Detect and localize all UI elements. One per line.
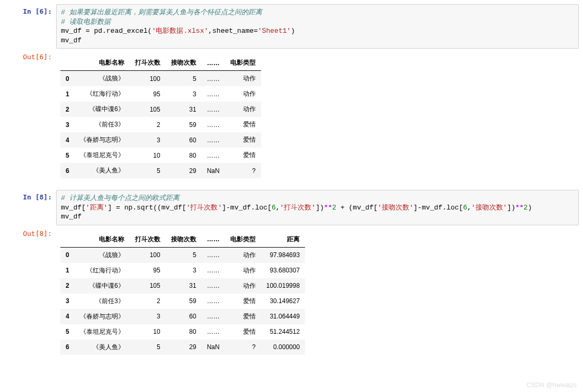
row-index: 2 [60, 102, 75, 117]
table-cell: 100 [130, 247, 166, 263]
row-index: 1 [60, 86, 75, 102]
code-token: '打斗次数' [280, 204, 316, 212]
table-cell: 动作 [225, 263, 261, 278]
code-token: # 如果要算出最近距离，则需要算美人鱼与各个特征点之间的距离 [61, 8, 262, 16]
out-prompt-label: Out[8]: [4, 226, 56, 366]
table-cell: 2 [130, 117, 166, 132]
row-index: 1 [60, 263, 75, 278]
output-area: 电影名称打斗次数接吻次数……电影类型距离0《战狼》1005……动作97.9846… [56, 226, 579, 366]
table-cell: 《战狼》 [75, 71, 130, 87]
table-cell: …… [202, 247, 225, 263]
table-cell: 5 [130, 340, 166, 355]
row-index: 3 [60, 117, 75, 132]
row-index: 3 [60, 294, 75, 309]
table-cell: 100 [130, 71, 166, 87]
table-cell: 105 [130, 102, 166, 117]
table-cell: 爱情 [225, 117, 261, 132]
table-row: 1《红海行动》953……动作 [60, 86, 261, 102]
code-token: '电影数据.xlsx' [152, 27, 209, 35]
code-token: '接吻次数' [378, 204, 414, 212]
column-header: 电影类型 [225, 55, 261, 71]
code-token: , [276, 204, 280, 212]
table-cell: …… [202, 71, 225, 87]
table-cell: 60 [166, 132, 202, 148]
table-cell: 《红海行动》 [75, 263, 130, 278]
table-cell: 97.984693 [261, 247, 305, 263]
table-cell: 3 [166, 263, 202, 278]
code-token: + (mv_df[ [336, 204, 378, 212]
output-dataframe: 电影名称打斗次数接吻次数……电影类型0《战狼》1005……动作1《红海行动》95… [60, 55, 261, 178]
column-header: 距离 [261, 232, 305, 248]
table-cell: 动作 [225, 71, 261, 87]
code-input[interactable]: # 如果要算出最近距离，则需要算美人鱼与各个特征点之间的距离 # 读取电影数据 … [56, 4, 579, 49]
code-token: 2 [332, 204, 336, 212]
table-cell: 爱情 [225, 309, 261, 324]
table-cell: NaN [202, 340, 225, 355]
table-cell: 3 [166, 86, 202, 102]
table-cell: 60 [166, 309, 202, 324]
column-header: 电影名称 [75, 232, 130, 248]
code-token: '距离' [86, 204, 108, 212]
code-token: mv_df [61, 37, 82, 44]
code-token: ** [324, 204, 333, 212]
row-index: 5 [60, 324, 75, 340]
column-header: 电影名称 [75, 55, 130, 71]
table-cell: 31 [166, 278, 202, 294]
table-row: 3《前任3》259……爱情 [60, 117, 261, 132]
column-header: 接吻次数 [166, 55, 202, 71]
table-cell: 59 [166, 117, 202, 132]
row-index: 0 [60, 247, 75, 263]
table-cell: 爱情 [225, 324, 261, 340]
table-cell: 59 [166, 294, 202, 309]
code-token: ]) [316, 204, 324, 212]
row-index: 6 [60, 163, 75, 178]
table-cell: …… [202, 148, 225, 163]
code-token: '接吻次数' [471, 204, 507, 212]
table-cell: 2 [130, 294, 166, 309]
code-token: 2 [524, 204, 528, 212]
code-token: ) [528, 204, 532, 212]
code-token: 6 [272, 204, 276, 212]
table-cell: 《碟中谍6》 [75, 102, 130, 117]
table-cell: 3 [130, 309, 166, 324]
table-cell: 5 [130, 163, 166, 178]
table-row: 1《红海行动》953……动作93.680307 [60, 263, 305, 278]
table-cell: 80 [166, 148, 202, 163]
table-cell: 5 [166, 71, 202, 87]
table-cell: …… [202, 324, 225, 340]
table-cell: 爱情 [225, 294, 261, 309]
output-area: 电影名称打斗次数接吻次数……电影类型0《战狼》1005……动作1《红海行动》95… [56, 50, 579, 189]
table-cell: 30.149627 [261, 294, 305, 309]
column-header [60, 232, 75, 248]
table-cell: 31 [166, 102, 202, 117]
table-cell: 《美人鱼》 [75, 163, 130, 178]
row-index: 5 [60, 148, 75, 163]
table-cell: 《前任3》 [75, 294, 130, 309]
table-cell: 爱情 [225, 148, 261, 163]
row-index: 2 [60, 278, 75, 294]
table-cell: 31.064449 [261, 309, 305, 324]
table-cell: 93.680307 [261, 263, 305, 278]
table-cell: 95 [130, 86, 166, 102]
row-index: 0 [60, 71, 75, 87]
column-header: 打斗次数 [130, 232, 166, 248]
table-cell: 动作 [225, 102, 261, 117]
code-token: mv_df [61, 213, 82, 221]
table-cell: 《碟中谍6》 [75, 278, 130, 294]
column-header: 接吻次数 [166, 232, 202, 248]
table-cell: 80 [166, 324, 202, 340]
table-cell: 《前任3》 [75, 117, 130, 132]
table-cell: …… [202, 102, 225, 117]
table-cell: 《泰坦尼克号》 [75, 324, 130, 340]
table-row: 4《春娇与志明》360……爱情 [60, 132, 261, 148]
table-row: 6《美人鱼》529NaN? [60, 163, 261, 178]
row-index: 4 [60, 132, 75, 148]
table-cell: NaN [202, 163, 225, 178]
code-token: mv_df = pd.read_excel( [61, 27, 152, 35]
code-input[interactable]: # 计算美人鱼与每个点之间的欧式距离 mv_df['距离'] = np.sqrt… [56, 190, 579, 225]
table-cell: 10 [130, 148, 166, 163]
table-cell: 51.244512 [261, 324, 305, 340]
table-cell: 95 [130, 263, 166, 278]
table-cell: …… [202, 263, 225, 278]
column-header: …… [202, 55, 225, 71]
